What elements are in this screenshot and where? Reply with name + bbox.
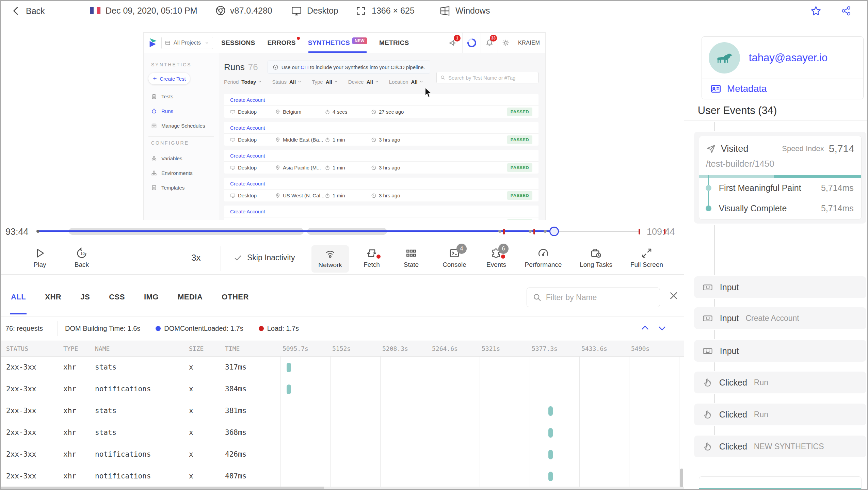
visited-event-card[interactable]: Visited Speed Index 5,714 /test-builder/… xyxy=(699,136,862,219)
jump-up-button[interactable] xyxy=(640,323,650,333)
event-marker[interactable] xyxy=(544,230,547,233)
run-test-link[interactable]: Create Account xyxy=(230,209,265,214)
error-marker[interactable] xyxy=(639,229,640,234)
sidebar-item-templates[interactable]: Templates xyxy=(144,180,219,195)
test-search-box[interactable] xyxy=(436,72,539,83)
user-menu[interactable]: KRAIEM xyxy=(518,40,540,46)
panel-button-events[interactable]: 6 Events xyxy=(478,247,515,268)
table-row[interactable]: 2xx-3xxxhrnotificationsx407ms xyxy=(1,466,684,487)
event-marker[interactable] xyxy=(498,230,501,233)
recorded-app-sidebar: SYNTHETICS Create Test Tests Runs xyxy=(144,53,219,220)
announcements-button[interactable]: 1 xyxy=(445,33,461,53)
run-card[interactable]: Create Account Desktop US West (N. Cal..… xyxy=(224,178,539,201)
event-item-clicked[interactable]: Clicked Run xyxy=(694,372,866,393)
dom-content-loaded: DOMContentLoaded: 1.7s xyxy=(148,325,251,332)
navigate-icon xyxy=(706,144,716,154)
speed-index-label: Speed Index xyxy=(782,144,824,153)
filter-location[interactable]: LocationAll xyxy=(389,79,423,85)
create-test-button[interactable]: Create Test xyxy=(148,73,190,84)
run-test-link[interactable]: Create Account xyxy=(230,153,265,159)
sidebar-item-tests[interactable]: Tests xyxy=(144,89,219,104)
panel-button-network[interactable]: Network xyxy=(311,245,349,273)
col-type[interactable]: TYPE xyxy=(63,345,78,352)
panel-button-state[interactable]: State xyxy=(392,247,430,268)
table-row[interactable]: 2xx-3xxxhrnotificationsx384ms xyxy=(1,378,684,400)
settings-button[interactable] xyxy=(498,33,514,53)
event-marker[interactable] xyxy=(529,230,532,233)
speed-toggle[interactable]: 3x xyxy=(191,252,200,263)
cli-link[interactable]: CLI xyxy=(301,64,308,70)
table-row[interactable]: 2xx-3xxxhrnotificationsx426ms xyxy=(1,444,684,466)
name-filter-input[interactable] xyxy=(546,293,654,302)
net-tab-media[interactable]: MEDIA xyxy=(178,293,203,301)
sidebar-item-environments[interactable]: Environments xyxy=(144,166,219,180)
sidebar-item-manage-schedules[interactable]: Manage Schedules xyxy=(144,118,219,133)
visited-url: /test-builder/1450 xyxy=(699,159,861,169)
user-email-link[interactable]: tahay@asayer.io xyxy=(749,52,827,64)
col-status[interactable]: STATUS xyxy=(6,345,28,352)
close-panel-button[interactable] xyxy=(668,290,679,301)
table-row[interactable]: 2xx-3xxxhrstatsx381ms xyxy=(1,400,684,422)
console-count-badge: 4 xyxy=(456,244,467,254)
run-card[interactable]: Create Account Desktop Middle East (Ba..… xyxy=(224,122,539,146)
net-tab-all[interactable]: ALL xyxy=(11,293,26,301)
jump-down-button[interactable] xyxy=(657,323,668,333)
table-row[interactable]: 2xx-3xxxhrstatsx317ms xyxy=(1,357,684,378)
back-10s-button[interactable]: 10 Back xyxy=(63,247,100,268)
tab-errors[interactable]: ERRORS xyxy=(268,39,296,47)
run-card[interactable]: Create Account Desktop Asia Pacific (M..… xyxy=(224,150,539,174)
tab-synthetics[interactable]: SYNTHETICSNEW xyxy=(308,39,367,47)
event-item-clicked[interactable]: Clicked NEW SYNTHETICS xyxy=(694,436,866,457)
clock-icon xyxy=(371,137,376,143)
play-button[interactable]: Play xyxy=(21,247,59,268)
run-card[interactable]: Create Account Desktop Belgium 4 secs 27… xyxy=(224,94,539,118)
test-search-input[interactable] xyxy=(448,75,535,81)
sidebar-item-runs[interactable]: Runs xyxy=(144,104,219,118)
notifications-button[interactable]: 33 xyxy=(481,33,498,53)
back-button[interactable]: Back xyxy=(11,5,45,17)
run-test-link[interactable]: Create Account xyxy=(230,125,265,131)
net-tab-js[interactable]: JS xyxy=(80,293,90,301)
filter-period[interactable]: PeriodToday xyxy=(224,79,262,85)
panel-button-performance[interactable]: Performance xyxy=(525,247,562,268)
fullscreen-button[interactable]: Full Screen xyxy=(628,247,665,268)
tab-sessions[interactable]: SESSIONS xyxy=(221,39,255,47)
net-tab-xhr[interactable]: XHR xyxy=(45,293,61,301)
replay-viewport: All Projects SESSIONS ERRORS SYNTHETICSN… xyxy=(1,21,684,220)
col-name[interactable]: NAME xyxy=(95,345,110,352)
timeline-track[interactable] xyxy=(37,220,640,243)
event-item-clicked[interactable]: Clicked Run xyxy=(694,404,866,425)
tab-metrics[interactable]: METRICS xyxy=(379,39,409,47)
sidebar-item-variables[interactable]: Variables xyxy=(144,151,219,166)
playback-timeline: 93:44 109:44 xyxy=(1,220,684,243)
panel-button-fetch[interactable]: Fetch xyxy=(353,247,390,268)
run-test-link[interactable]: Create Account xyxy=(230,97,265,103)
net-tab-img[interactable]: IMG xyxy=(144,293,159,301)
project-selector[interactable]: All Projects xyxy=(161,37,213,49)
name-filter-box[interactable] xyxy=(527,288,660,307)
panel-button-long-tasks[interactable]: Long Tasks xyxy=(577,247,615,268)
net-tab-other[interactable]: OTHER xyxy=(222,293,249,301)
filter-device[interactable]: DeviceAll xyxy=(348,79,379,85)
skip-inactivity-toggle[interactable]: Skip Inactivity xyxy=(234,253,295,262)
event-item-input[interactable]: Input Create Account xyxy=(694,307,866,329)
error-marker[interactable] xyxy=(533,229,535,234)
resolution-label: 1366 × 625 xyxy=(372,6,415,16)
event-timeline-connector xyxy=(714,299,715,307)
metadata-button[interactable]: Metadata xyxy=(702,79,863,99)
run-card[interactable]: Create Account Desktop Canada (Centra...… xyxy=(224,206,539,220)
filter-type[interactable]: TypeAll xyxy=(312,79,338,85)
filter-status[interactable]: StatusAll xyxy=(272,79,302,85)
playhead-handle[interactable] xyxy=(549,227,559,236)
col-time[interactable]: TIME xyxy=(225,345,240,352)
run-test-link[interactable]: Create Account xyxy=(230,181,265,186)
event-item-input[interactable]: Input xyxy=(694,276,866,298)
panel-button-console[interactable]: 4 Console xyxy=(436,247,473,268)
net-tab-css[interactable]: CSS xyxy=(109,293,125,301)
error-marker[interactable] xyxy=(503,229,505,234)
col-size[interactable]: SIZE xyxy=(189,345,204,352)
share-button[interactable] xyxy=(841,5,852,16)
table-row[interactable]: 2xx-3xxxhrstatsx368ms xyxy=(1,422,684,444)
event-item-input[interactable]: Input xyxy=(694,340,866,362)
favorite-star-button[interactable] xyxy=(810,5,822,17)
